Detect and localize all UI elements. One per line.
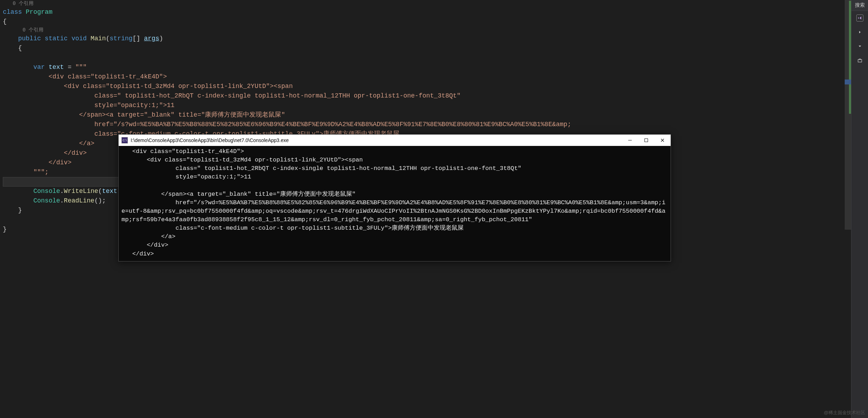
toolbox-icon[interactable]	[856, 57, 863, 64]
maximize-button[interactable]	[638, 135, 654, 146]
console-title: I:\demo\ConsoleApp3\ConsoleApp3\bin\Debu…	[131, 137, 622, 143]
codelens-references[interactable]: 0 个引用	[3, 0, 530, 7]
keyword-class: class	[3, 8, 22, 16]
string-literal-line: style="opacity:1;">11	[3, 101, 530, 110]
string-literal-line: <div class="toplist1-tr_4kE4D">	[3, 72, 530, 82]
svg-rect-1	[645, 139, 648, 142]
minimap-viewport[interactable]	[845, 80, 851, 84]
type-name: Program	[26, 8, 53, 16]
string-literal-line: <div class="toplist1-td_3zMd4 opr-toplis…	[3, 82, 530, 91]
minimize-button[interactable]	[622, 135, 638, 146]
console-app-icon: C:\	[121, 137, 128, 143]
console-window[interactable]: C:\ I:\demo\ConsoleApp3\ConsoleApp3\bin\…	[118, 134, 671, 261]
code-line: var text = """	[3, 63, 530, 72]
console-output: <div class="toplist1-tr_4kE4D"> <div cla…	[119, 146, 671, 261]
code-line: {	[3, 17, 530, 27]
svg-rect-0	[628, 140, 632, 141]
watermark: @稀土掘金技术社区	[824, 410, 865, 416]
code-line	[3, 53, 530, 63]
console-titlebar[interactable]: C:\ I:\demo\ConsoleApp3\ConsoleApp3\bin\…	[119, 135, 671, 146]
code-line: public static void Main(string[] args)	[3, 34, 530, 43]
close-button[interactable]	[654, 135, 671, 146]
chevron-right-icon[interactable]	[856, 29, 863, 36]
vs-logo-icon[interactable]	[856, 14, 863, 22]
chevron-down-icon[interactable]	[856, 43, 863, 50]
code-line: class Program	[3, 7, 530, 17]
string-literal-line: </span><a target="_blank" title="康师傅方便面中…	[3, 110, 530, 120]
search-tool-label[interactable]: 搜索	[851, 0, 868, 11]
codelens-references[interactable]: 0 个引用	[3, 27, 530, 34]
code-line: {	[3, 43, 530, 53]
string-literal-line: href="/s?wd=%E5%BA%B7%E5%B8%88%E5%82%85%…	[3, 120, 530, 129]
string-literal-line: class=" toplist1-hot_2RbQT c-index-singl…	[3, 91, 530, 101]
side-toolbar: 搜索	[851, 0, 868, 418]
